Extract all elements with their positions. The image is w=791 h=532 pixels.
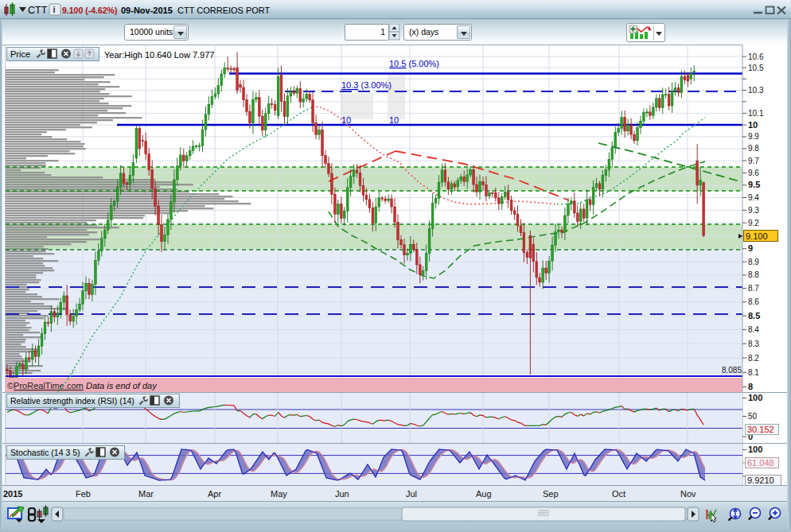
svg-text:8: 8 bbox=[748, 382, 753, 391]
svg-text:9.9: 9.9 bbox=[748, 132, 759, 141]
svg-text:10: 10 bbox=[748, 120, 758, 130]
svg-text:9.5: 9.5 bbox=[748, 180, 760, 189]
svg-text:9: 9 bbox=[748, 243, 753, 253]
svg-text:61.048: 61.048 bbox=[747, 458, 774, 468]
svg-text:9.7: 9.7 bbox=[748, 157, 759, 165]
svg-text:10.5: 10.5 bbox=[748, 64, 764, 72]
svg-text:9.4: 9.4 bbox=[748, 193, 759, 202]
svg-text:Nov: Nov bbox=[680, 489, 696, 499]
svg-text:100: 100 bbox=[748, 393, 762, 402]
svg-text:8.1: 8.1 bbox=[748, 368, 759, 377]
svg-text:100: 100 bbox=[748, 445, 762, 454]
svg-text:10.5 (5.00%): 10.5 (5.00%) bbox=[389, 59, 439, 68]
svg-text:8.9: 8.9 bbox=[748, 258, 759, 266]
svg-text:10.3 (3.00%): 10.3 (3.00%) bbox=[341, 80, 392, 90]
svg-text:9.8: 9.8 bbox=[748, 144, 759, 153]
svg-text:8.2: 8.2 bbox=[748, 354, 759, 363]
svg-text:8.5: 8.5 bbox=[748, 311, 760, 320]
svg-text:8.6: 8.6 bbox=[748, 297, 759, 306]
svg-text:10: 10 bbox=[341, 115, 351, 125]
svg-text:Feb: Feb bbox=[76, 489, 91, 499]
svg-text:CTT: CTT bbox=[28, 5, 48, 16]
svg-text:9.3: 9.3 bbox=[748, 206, 759, 215]
svg-text:Sep: Sep bbox=[543, 489, 559, 499]
svg-text:10: 10 bbox=[389, 115, 399, 125]
svg-text:Jul: Jul bbox=[406, 489, 417, 499]
svg-text:50: 50 bbox=[748, 412, 758, 421]
svg-text:10.1: 10.1 bbox=[748, 109, 764, 118]
svg-text:09-Nov-2015: 09-Nov-2015 bbox=[121, 6, 173, 15]
svg-text:Data is end of day: Data is end of day bbox=[86, 381, 158, 390]
svg-text:Mar: Mar bbox=[138, 489, 154, 499]
svg-text:Aug: Aug bbox=[476, 489, 492, 499]
svg-text:Jun: Jun bbox=[335, 489, 349, 499]
svg-text:9.9210: 9.9210 bbox=[747, 476, 774, 485]
svg-text:CTT CORREIOS PORT: CTT CORREIOS PORT bbox=[177, 6, 271, 15]
svg-text:8.4: 8.4 bbox=[748, 325, 759, 334]
svg-text:Oct: Oct bbox=[612, 489, 625, 499]
svg-text:8.3: 8.3 bbox=[748, 340, 759, 348]
svg-text:10.3: 10.3 bbox=[748, 86, 764, 95]
svg-text:2015: 2015 bbox=[3, 489, 22, 499]
svg-text:9.6: 9.6 bbox=[748, 169, 759, 177]
svg-text:10.6: 10.6 bbox=[748, 52, 764, 61]
svg-text:May: May bbox=[271, 489, 287, 499]
svg-text:Apr: Apr bbox=[208, 489, 221, 499]
svg-text:8.085: 8.085 bbox=[722, 366, 742, 375]
svg-text:8.7: 8.7 bbox=[748, 284, 759, 293]
svg-text:i: i bbox=[53, 5, 56, 14]
svg-text:9.100 (-4.62%): 9.100 (-4.62%) bbox=[62, 6, 117, 15]
svg-text:9.100: 9.100 bbox=[746, 231, 768, 241]
svg-text:30.152: 30.152 bbox=[747, 425, 774, 434]
svg-text:9.2: 9.2 bbox=[748, 219, 759, 227]
svg-text:©ProRealTime.com: ©ProRealTime.com bbox=[7, 381, 84, 390]
svg-text:8.8: 8.8 bbox=[748, 270, 759, 279]
